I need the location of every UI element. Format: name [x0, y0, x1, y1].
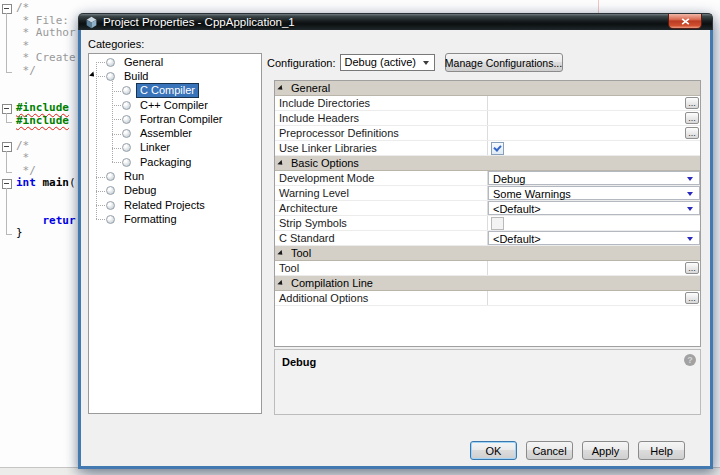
code-line: int main(: [0, 177, 76, 190]
code-line: }: [0, 227, 76, 240]
category-node-icon: [122, 115, 131, 124]
fold-gutter: [0, 227, 16, 240]
tree-expander-icon[interactable]: [89, 72, 98, 81]
property-name: Tool: [275, 261, 488, 275]
fold-line: [6, 15, 7, 28]
ok-button[interactable]: OK: [470, 441, 517, 460]
property-checkbox[interactable]: [491, 217, 504, 230]
browse-ellipsis-button[interactable]: ...: [685, 262, 699, 274]
categories-tree: GeneralBuildC CompilerC++ CompilerFortra…: [88, 53, 262, 414]
code-token: [36, 176, 43, 189]
apply-button[interactable]: Apply: [582, 441, 629, 460]
property-dropdown[interactable]: Some Warnings: [488, 186, 700, 200]
property-checkbox[interactable]: [491, 142, 504, 155]
category-item-formatting[interactable]: Formatting: [89, 212, 261, 226]
section-header-compilation-line[interactable]: Compilation Line: [275, 276, 700, 291]
fold-end: [6, 165, 12, 173]
fold-gutter: [0, 202, 16, 215]
code-text: }: [16, 227, 23, 240]
property-row-include-directories: Include Directories...: [275, 96, 700, 111]
category-item-debug[interactable]: Debug: [89, 184, 261, 198]
code-text: */: [16, 65, 36, 78]
category-item-label: Formatting: [121, 213, 180, 226]
code-line: * Create: [0, 52, 76, 65]
property-dropdown[interactable]: <Default>: [488, 201, 700, 215]
fold-gutter: [0, 127, 16, 140]
category-item-assembler[interactable]: Assembler: [89, 126, 261, 140]
configuration-dropdown[interactable]: Debug (active): [340, 54, 435, 71]
dialog-body: Categories: GeneralBuildC CompilerC++ Co…: [78, 30, 713, 469]
property-row-development-mode: Development ModeDebug: [275, 171, 700, 186]
section-collapse-icon: [277, 250, 286, 259]
section-collapse-icon: [277, 280, 286, 289]
fold-gutter: [0, 27, 16, 40]
category-item-build[interactable]: Build: [89, 69, 261, 83]
category-item-run[interactable]: Run: [89, 169, 261, 183]
close-button[interactable]: [668, 14, 702, 29]
code-token: /*: [16, 139, 29, 152]
help-icon[interactable]: [684, 354, 696, 366]
code-line: */: [0, 65, 76, 78]
section-header-general[interactable]: General: [275, 81, 700, 96]
code-token: retur: [16, 214, 76, 227]
fold-gutter: [0, 2, 16, 15]
code-line: *: [0, 152, 76, 165]
property-value: ...: [488, 291, 700, 305]
browse-ellipsis-button[interactable]: ...: [685, 97, 699, 109]
browse-ellipsis-button[interactable]: ...: [685, 112, 699, 124]
property-row-use-linker-libraries: Use Linker Libraries: [275, 141, 700, 156]
property-value: [488, 216, 700, 230]
category-item-related-projects[interactable]: Related Projects: [89, 198, 261, 212]
section-header-label: General: [291, 82, 330, 94]
fold-gutter: [0, 152, 16, 165]
fold-collapse-icon[interactable]: [2, 4, 12, 14]
screen: /* * File: * Author * * Create */#includ…: [0, 0, 720, 475]
category-node-icon: [106, 215, 115, 224]
section-header-tool[interactable]: Tool: [275, 246, 700, 261]
fold-line: [6, 202, 7, 215]
manage-configurations-button[interactable]: Manage Configurations...: [445, 53, 563, 72]
property-sheet: GeneralInclude Directories...Include Hea…: [274, 80, 701, 347]
property-dropdown[interactable]: Debug: [488, 171, 700, 185]
category-item-label: C++ Compiler: [137, 99, 211, 112]
property-dropdown[interactable]: <Default>: [488, 231, 700, 245]
category-node-icon: [106, 186, 115, 195]
category-item-label: Linker: [137, 141, 173, 154]
dropdown-arrow-icon: [423, 61, 429, 68]
browse-ellipsis-button[interactable]: ...: [685, 127, 699, 139]
section-header-label: Tool: [291, 247, 311, 259]
category-node-icon: [106, 58, 115, 67]
category-node-icon: [122, 86, 131, 95]
cancel-button[interactable]: Cancel: [526, 441, 573, 460]
fold-collapse-icon[interactable]: [2, 179, 12, 189]
code-line: * Author: [0, 27, 76, 40]
fold-gutter: [0, 115, 16, 128]
help-button[interactable]: Help: [638, 441, 685, 460]
category-node-icon: [122, 158, 131, 167]
browse-ellipsis-button[interactable]: ...: [685, 292, 699, 304]
code-token: *: [16, 39, 29, 52]
configuration-row: Configuration: Debug (active) Manage Con…: [267, 53, 563, 72]
window-cube-icon: [85, 16, 98, 29]
property-value: ...: [488, 96, 700, 110]
category-item-c-compiler[interactable]: C Compiler: [89, 84, 261, 98]
category-item-c-compiler[interactable]: C++ Compiler: [89, 98, 261, 112]
code-token: main: [43, 176, 70, 189]
category-item-linker[interactable]: Linker: [89, 141, 261, 155]
fold-collapse-icon[interactable]: [2, 104, 12, 114]
property-dropdown-value: <Default>: [493, 203, 541, 215]
category-item-general[interactable]: General: [89, 55, 261, 69]
fold-line: [6, 27, 7, 40]
property-dropdown-value: Debug: [493, 173, 525, 185]
dialog-titlebar[interactable]: Project Properties - CppApplication_1: [78, 13, 713, 30]
section-header-basic-options[interactable]: Basic Options: [275, 156, 700, 171]
fold-collapse-icon[interactable]: [2, 142, 12, 152]
property-name: Include Directories: [275, 96, 488, 110]
code-line: /*: [0, 140, 76, 153]
category-item-label: Debug: [121, 184, 159, 197]
category-item-packaging[interactable]: Packaging: [89, 155, 261, 169]
fold-line: [6, 215, 7, 228]
category-item-fortran-compiler[interactable]: Fortran Compiler: [89, 112, 261, 126]
code-text: retur: [16, 215, 76, 228]
info-panel-title: Debug: [282, 356, 700, 368]
